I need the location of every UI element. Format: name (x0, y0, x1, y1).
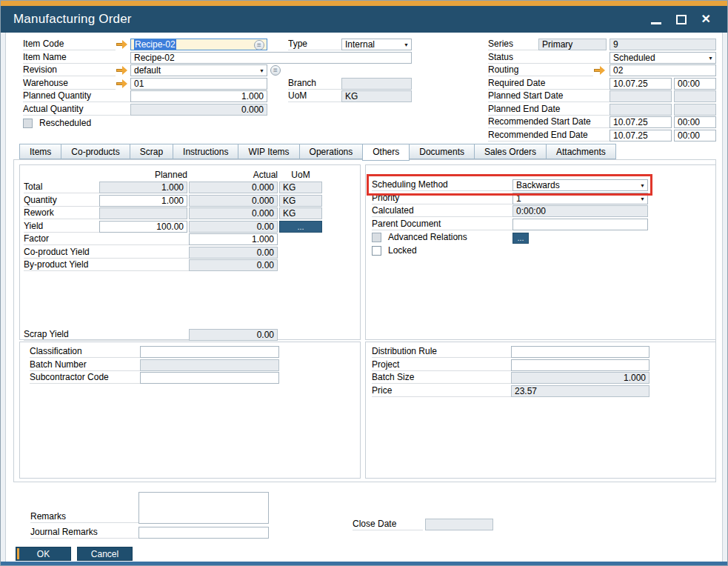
warehouse-label: Warehouse (23, 78, 116, 90)
window-right-frame (722, 33, 727, 562)
uom-row: UoM KG (288, 90, 412, 104)
quantity-planned-input[interactable]: 1.000 (99, 195, 187, 207)
total-label: Total (24, 182, 99, 193)
total-uom-field: KG (279, 182, 322, 193)
subcontractor-code-input[interactable] (140, 372, 279, 384)
status-row: Status Scheduled (488, 52, 716, 65)
planned-quantity-input[interactable]: 1.000 (130, 90, 267, 102)
by-product-yield-label: By-product Yield (24, 259, 189, 271)
classification-panel: Classification Batch Number Subcontracto… (19, 342, 361, 479)
uom-column-header: UoM (279, 170, 322, 182)
revision-dropdown[interactable]: default (130, 64, 267, 76)
recommended-end-date-label: Recommended End Date (488, 130, 610, 142)
factor-input[interactable]: 1.000 (189, 233, 278, 245)
revision-list-icon[interactable]: ≡ (270, 65, 281, 76)
link-arrow-icon[interactable] (116, 64, 130, 76)
distribution-rule-input[interactable] (511, 346, 649, 358)
planned-start-date-label: Planned Start Date (488, 90, 610, 102)
tab-co-products[interactable]: Co-products (61, 144, 129, 159)
remarks-textarea[interactable] (138, 492, 269, 524)
item-code-input[interactable]: Recipe-02 ≡ (130, 39, 267, 50)
link-arrow-icon[interactable] (593, 64, 610, 76)
parent-document-input[interactable] (512, 219, 648, 230)
close-date-field (425, 519, 493, 530)
quantity-row: Quantity 1.000 0.000 KG (24, 195, 360, 208)
journal-remarks-input[interactable] (138, 527, 269, 539)
maximize-icon[interactable] (676, 15, 687, 24)
cancel-button[interactable]: Cancel (77, 547, 133, 561)
batch-size-label: Batch Size (372, 372, 511, 384)
recommended-start-time-input[interactable]: 00:00 (674, 116, 716, 128)
quantity-label: Quantity (24, 195, 99, 207)
tab-others[interactable]: Others (362, 144, 410, 161)
rework-actual-field: 0.000 (189, 207, 278, 219)
costing-panel: Distribution Rule Project Batch Size 1.0… (365, 342, 716, 479)
distribution-rule-row: Distribution Rule (372, 346, 715, 359)
quantities-header-row: Planned Actual UoM (24, 170, 360, 182)
subcontractor-code-label: Subcontractor Code (30, 372, 140, 384)
project-input[interactable] (511, 359, 649, 371)
yield-label: Yield (24, 221, 99, 233)
others-tab-content: Planned Actual UoM Total 1.000 0.000 KG … (13, 159, 716, 482)
scheduling-method-dropdown[interactable]: Backwards (512, 179, 648, 191)
classification-input[interactable] (140, 346, 279, 358)
revision-label: Revision (23, 64, 116, 76)
link-arrow-icon[interactable] (116, 39, 130, 50)
type-row: Type Internal (288, 39, 412, 52)
scrap-yield-field: 0.00 (189, 329, 278, 341)
rescheduled-label: Rescheduled (39, 118, 91, 129)
planned-start-time-field (674, 90, 716, 102)
uom-field: KG (341, 90, 412, 102)
required-date-input[interactable]: 10.07.25 (610, 78, 672, 90)
planned-end-time-field (674, 104, 716, 116)
tab-documents[interactable]: Documents (410, 144, 474, 159)
status-dropdown[interactable]: Scheduled (610, 52, 716, 64)
required-date-row: Required Date 10.07.25 00:00 (488, 78, 716, 91)
total-row: Total 1.000 0.000 KG (24, 182, 360, 195)
remarks-label: Remarks (30, 511, 138, 523)
advanced-relations-ellipsis-button[interactable]: ... (512, 233, 529, 244)
yield-ellipsis-button[interactable]: ... (279, 221, 322, 233)
tab-instructions[interactable]: Instructions (173, 144, 238, 159)
recommended-end-date-input[interactable]: 10.07.25 (610, 130, 672, 142)
rework-row: Rework 0.000 KG (24, 207, 360, 221)
factor-row: Factor 1.000 (24, 233, 360, 247)
recommended-end-time-input[interactable]: 00:00 (674, 130, 716, 142)
series-name-field: Primary (538, 39, 607, 50)
factor-label: Factor (24, 233, 189, 245)
type-dropdown[interactable]: Internal (341, 39, 412, 50)
by-product-yield-row: By-product Yield 0.00 (24, 259, 360, 273)
rework-planned-field (99, 207, 187, 219)
planned-start-date-row: Planned Start Date (488, 90, 716, 104)
batch-number-row: Batch Number (30, 359, 360, 373)
tab-scrap[interactable]: Scrap (130, 144, 173, 159)
scheduling-method-label: Scheduling Method (372, 179, 512, 191)
priority-dropdown[interactable]: 1 (512, 193, 648, 204)
ok-button[interactable]: OK (16, 547, 71, 561)
type-label: Type (288, 39, 341, 50)
locked-checkbox[interactable] (372, 246, 381, 256)
window-title: Manufacturing Order (13, 12, 132, 27)
tab-items[interactable]: Items (19, 144, 61, 159)
recommended-start-date-input[interactable]: 10.07.25 (610, 116, 672, 128)
revision-row: Revision default ≡ (23, 64, 414, 78)
rework-label: Rework (24, 207, 99, 219)
item-name-row: Item Name Recipe-02 (23, 52, 414, 65)
advanced-relations-label: Advanced Relations (388, 232, 467, 243)
window-left-frame (1, 33, 6, 562)
item-name-input[interactable]: Recipe-02 (130, 52, 412, 64)
choose-from-list-icon[interactable]: ≡ (254, 40, 264, 50)
warehouse-input[interactable]: 01 (130, 78, 267, 90)
tab-wip-items[interactable]: WIP Items (238, 144, 298, 159)
minimize-icon[interactable] (651, 22, 661, 24)
link-arrow-icon[interactable] (116, 78, 130, 90)
close-icon[interactable]: ✕ (701, 13, 711, 25)
routing-row: Routing 02 (488, 64, 716, 78)
yield-planned-input[interactable]: 100.00 (99, 221, 187, 233)
required-time-input[interactable]: 00:00 (674, 78, 716, 90)
tab-attachments[interactable]: Attachments (546, 144, 616, 159)
window-bottom-frame (1, 562, 727, 565)
tab-sales-orders[interactable]: Sales Orders (474, 144, 546, 159)
routing-input[interactable]: 02 (610, 64, 716, 76)
tab-operations[interactable]: Operations (299, 144, 363, 159)
